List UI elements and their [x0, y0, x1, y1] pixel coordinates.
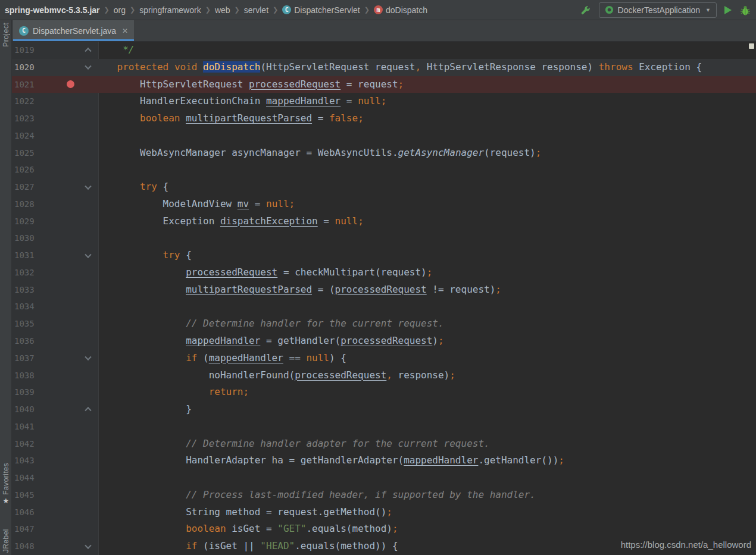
- run-configuration-select[interactable]: DockerTestApplication ▼: [599, 2, 717, 18]
- gutter-cell[interactable]: 1040: [12, 401, 94, 418]
- tool-button-favorites[interactable]: Favorites: [2, 463, 10, 495]
- line-number[interactable]: 1042: [14, 435, 35, 453]
- code-text[interactable]: [94, 418, 756, 435]
- line-number[interactable]: 1028: [14, 196, 35, 213]
- line-number[interactable]: 1037: [14, 350, 35, 367]
- code-text[interactable]: [94, 469, 756, 487]
- breadcrumb-item[interactable]: servlet: [244, 5, 268, 15]
- breadcrumb-item[interactable]: web: [215, 5, 230, 15]
- line-number[interactable]: 1022: [14, 93, 35, 110]
- code-text[interactable]: HandlerAdapter ha = getHandlerAdapter(ma…: [94, 452, 756, 469]
- close-icon[interactable]: ✕: [122, 27, 128, 35]
- code-text[interactable]: */: [94, 42, 756, 59]
- breadcrumb-item[interactable]: org: [114, 5, 126, 15]
- line-number[interactable]: 1027: [14, 178, 35, 196]
- code-text[interactable]: [94, 230, 756, 247]
- gutter-cell[interactable]: 1045: [12, 487, 94, 504]
- gutter-cell[interactable]: 1026: [12, 161, 94, 178]
- gutter-cell[interactable]: 1042: [12, 435, 94, 453]
- line-number[interactable]: 1041: [14, 418, 35, 435]
- code-text[interactable]: noHandlerFound(processedRequest, respons…: [94, 367, 756, 384]
- fold-down-icon[interactable]: [85, 354, 91, 360]
- breadcrumb-item[interactable]: CDispatcherServlet: [282, 5, 360, 15]
- line-number[interactable]: 1038: [14, 367, 35, 384]
- fold-down-icon[interactable]: [85, 63, 91, 70]
- line-number[interactable]: 1029: [14, 213, 35, 230]
- code-text[interactable]: ModelAndView mv = null;: [94, 196, 756, 213]
- gutter-cell[interactable]: 1031: [12, 247, 94, 264]
- line-number[interactable]: 1045: [14, 487, 35, 504]
- run-button[interactable]: [724, 6, 732, 14]
- gutter-cell[interactable]: 1047: [12, 520, 94, 538]
- code-text[interactable]: [94, 127, 756, 145]
- gutter-cell[interactable]: 1029: [12, 213, 94, 230]
- gutter-cell[interactable]: 1041: [12, 418, 94, 435]
- line-number[interactable]: 1047: [14, 520, 35, 538]
- line-number[interactable]: 1046: [14, 504, 35, 521]
- line-number[interactable]: 1020: [14, 59, 35, 76]
- breakpoint-icon[interactable]: [67, 80, 74, 88]
- gutter-cell[interactable]: 1046: [12, 504, 94, 521]
- breadcrumb-item[interactable]: springframework: [139, 5, 201, 15]
- code-text[interactable]: // Determine handler adapter for the cur…: [94, 435, 756, 453]
- code-text[interactable]: HandlerExecutionChain mappedHandler = nu…: [94, 93, 756, 110]
- gutter-cell[interactable]: 1027: [12, 178, 94, 196]
- line-number[interactable]: 1025: [14, 145, 35, 162]
- gutter-cell[interactable]: 1043: [12, 452, 94, 469]
- line-number[interactable]: 1048: [14, 538, 35, 555]
- line-number[interactable]: 1032: [14, 264, 35, 281]
- line-number[interactable]: 1026: [14, 161, 35, 178]
- fold-up-icon[interactable]: [85, 48, 91, 54]
- fold-down-icon[interactable]: [85, 542, 91, 548]
- debug-bug-icon[interactable]: [739, 4, 751, 16]
- line-number[interactable]: 1024: [14, 127, 35, 145]
- gutter-cell[interactable]: 1030: [12, 230, 94, 247]
- code-text[interactable]: try {: [94, 247, 756, 264]
- line-number[interactable]: 1019: [14, 42, 35, 59]
- gutter-cell[interactable]: 1037: [12, 350, 94, 367]
- tab-dispatcherservlet-java[interactable]: C DispatcherServlet.java ✕: [13, 20, 134, 41]
- gutter-cell[interactable]: 1035: [12, 315, 94, 333]
- line-number[interactable]: 1023: [14, 110, 35, 127]
- code-text[interactable]: Exception dispatchException = null;: [94, 213, 756, 230]
- gutter-cell[interactable]: 1023: [12, 110, 94, 127]
- gutter-cell[interactable]: 1022: [12, 93, 94, 110]
- breadcrumb-item[interactable]: mdoDispatch: [374, 5, 427, 15]
- code-text[interactable]: if (mappedHandler == null) {: [94, 350, 756, 367]
- gutter-cell[interactable]: 1036: [12, 333, 94, 350]
- code-text[interactable]: boolean isGet = "GET".equals(method);: [94, 520, 756, 538]
- gutter-cell[interactable]: 1039: [12, 384, 94, 401]
- gutter-cell[interactable]: 1025: [12, 145, 94, 162]
- gutter-cell[interactable]: 1033: [12, 281, 94, 299]
- wrench-icon[interactable]: [580, 5, 591, 15]
- code-text[interactable]: // Determine handler for the current req…: [94, 315, 756, 333]
- line-number[interactable]: 1044: [14, 469, 35, 487]
- gutter-cell[interactable]: 1048: [12, 538, 94, 555]
- gutter-cell[interactable]: 1034: [12, 298, 94, 315]
- code-text[interactable]: protected void doDispatch(HttpServletReq…: [94, 59, 756, 76]
- code-text[interactable]: [94, 298, 756, 315]
- fold-down-icon[interactable]: [85, 183, 91, 189]
- code-text[interactable]: [94, 161, 756, 178]
- tool-button-jrebel[interactable]: JRebel: [2, 529, 10, 553]
- gutter-cell[interactable]: 1020: [12, 59, 94, 76]
- line-number[interactable]: 1030: [14, 230, 35, 247]
- line-number[interactable]: 1036: [14, 333, 35, 350]
- gutter-cell[interactable]: 1019: [12, 42, 94, 59]
- code-text[interactable]: return;: [94, 384, 756, 401]
- code-text[interactable]: multipartRequestParsed = (processedReque…: [94, 281, 756, 299]
- code-text[interactable]: }: [94, 401, 756, 418]
- line-number[interactable]: 1035: [14, 315, 35, 333]
- code-text[interactable]: WebAsyncManager asyncManager = WebAsyncU…: [94, 145, 756, 162]
- gutter-cell[interactable]: 1021: [12, 76, 94, 93]
- gutter-cell[interactable]: 1044: [12, 469, 94, 487]
- gutter-cell[interactable]: 1038: [12, 367, 94, 384]
- line-number[interactable]: 1034: [14, 298, 35, 315]
- fold-down-icon[interactable]: [85, 251, 91, 258]
- line-number[interactable]: 1033: [14, 281, 35, 299]
- line-number[interactable]: 1039: [14, 384, 35, 401]
- code-text[interactable]: boolean multipartRequestParsed = false;: [94, 110, 756, 127]
- gutter-cell[interactable]: 1028: [12, 196, 94, 213]
- line-number[interactable]: 1021: [14, 76, 35, 93]
- gutter-cell[interactable]: 1032: [12, 264, 94, 281]
